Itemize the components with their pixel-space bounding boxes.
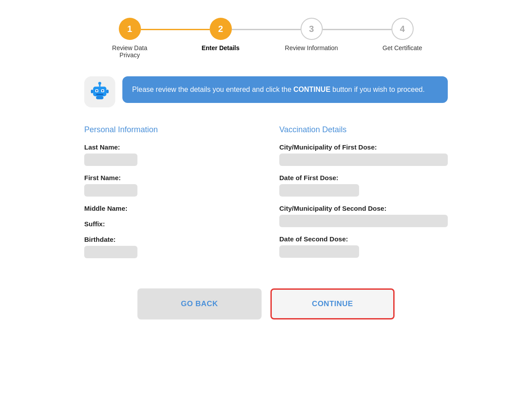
- first-name-value: [84, 184, 137, 197]
- step-1: 1 Review Data Privacy: [84, 18, 175, 59]
- connector-2-3: [232, 29, 301, 30]
- bot-message-bold: CONTINUE: [293, 86, 331, 93]
- bot-message-container: Please review the details you entered an…: [84, 76, 448, 107]
- step-4: 4 Get Certificate: [357, 18, 448, 51]
- field-date-first-dose: Date of First Dose:: [279, 174, 448, 197]
- step-2: 2 Enter Details: [175, 18, 266, 51]
- bot-message-prefix: Please review the details you entered an…: [132, 86, 293, 93]
- field-suffix: Suffix:: [84, 220, 253, 228]
- connector-1-2: [141, 29, 210, 30]
- step-circle-1: 1: [119, 18, 141, 40]
- field-first-name: First Name:: [84, 174, 253, 197]
- date-first-dose-label: Date of First Dose:: [279, 174, 448, 181]
- field-birthdate: Birthdate:: [84, 236, 253, 258]
- birthdate-value: [84, 246, 137, 258]
- first-name-label: First Name:: [84, 174, 253, 181]
- field-last-name: Last Name:: [84, 143, 253, 166]
- last-name-label: Last Name:: [84, 143, 253, 151]
- step-circle-3: 3: [301, 18, 323, 40]
- suffix-label: Suffix:: [84, 220, 253, 228]
- city-first-dose-value: [279, 154, 448, 166]
- birthdate-label: Birthdate:: [84, 236, 253, 243]
- svg-rect-5: [96, 94, 104, 95]
- field-city-second-dose: City/Municipality of Second Dose:: [279, 205, 448, 227]
- last-name-value: [84, 154, 137, 166]
- stepper: 1 Review Data Privacy 2 Enter Details 3 …: [84, 18, 448, 59]
- svg-rect-10: [96, 96, 104, 99]
- svg-rect-3: [96, 90, 98, 91]
- go-back-button[interactable]: GO BACK: [137, 288, 262, 319]
- step-label-2: Enter Details: [202, 44, 240, 51]
- city-second-dose-value: [279, 215, 448, 227]
- continue-button[interactable]: CONTINUE: [270, 288, 395, 319]
- robot-icon: [89, 81, 111, 103]
- step-label-4: Get Certificate: [383, 44, 422, 51]
- bot-message-suffix: button if you wish to proceed.: [330, 86, 425, 93]
- form-area: Personal Information Last Name: First Na…: [84, 125, 448, 266]
- vaccination-section: Vaccination Details City/Municipality of…: [279, 125, 448, 266]
- step-circle-2: 2: [210, 18, 232, 40]
- button-row: GO BACK CONTINUE: [84, 288, 448, 319]
- field-city-first-dose: City/Municipality of First Dose:: [279, 143, 448, 166]
- date-first-dose-value: [279, 184, 359, 197]
- vaccination-title: Vaccination Details: [279, 125, 448, 134]
- city-first-dose-label: City/Municipality of First Dose:: [279, 143, 448, 151]
- personal-info-title: Personal Information: [84, 125, 253, 134]
- field-date-second-dose: Date of Second Dose:: [279, 235, 448, 258]
- svg-rect-4: [102, 90, 103, 91]
- step-label-1: Review Data Privacy: [103, 44, 156, 59]
- middle-name-label: Middle Name:: [84, 205, 253, 212]
- date-second-dose-label: Date of Second Dose:: [279, 235, 448, 243]
- step-label-3: Review Information: [285, 44, 338, 51]
- bot-avatar: [84, 76, 115, 107]
- city-second-dose-label: City/Municipality of Second Dose:: [279, 205, 448, 212]
- svg-point-7: [98, 82, 102, 85]
- connector-3-4: [323, 29, 391, 30]
- svg-rect-9: [106, 90, 109, 93]
- bot-bubble: Please review the details you entered an…: [122, 76, 448, 103]
- svg-rect-8: [91, 90, 93, 93]
- step-circle-4: 4: [391, 18, 414, 40]
- step-3: 3 Review Information: [266, 18, 357, 51]
- field-middle-name: Middle Name:: [84, 205, 253, 212]
- personal-info-section: Personal Information Last Name: First Na…: [84, 125, 253, 266]
- date-second-dose-value: [279, 245, 359, 258]
